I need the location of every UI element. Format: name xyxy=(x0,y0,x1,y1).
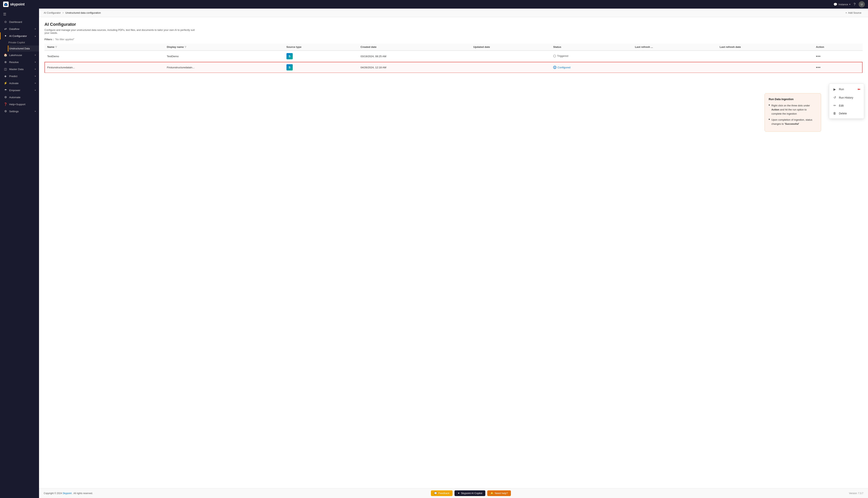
footer-brand-link[interactable]: Skypoint xyxy=(63,492,71,495)
topbar-right: 💬 Instance ▾ ? U xyxy=(833,1,865,8)
copilot-label: Skypoint AI Copilot xyxy=(461,492,482,495)
tooltip-box: Run Data Ingestion Right click on the th… xyxy=(764,93,821,132)
sidebar-toggle[interactable]: ☰ xyxy=(0,10,39,18)
tooltip-title: Run Data Ingestion xyxy=(769,97,817,101)
cell-updated-date xyxy=(470,62,550,73)
sidebar-item-label: Master Data xyxy=(9,68,33,71)
sidebar-item-dataflow[interactable]: ⇄ Dataflow ▾ xyxy=(0,25,39,32)
sidebar-item-predict[interactable]: ◈ Predict ▾ xyxy=(0,73,39,80)
sidebar-item-label: Automate xyxy=(9,96,36,99)
action-menu-trigger[interactable]: ••• xyxy=(816,65,820,70)
sidebar-item-private-copilot[interactable]: Private Copilot xyxy=(8,39,39,45)
chevron-down-icon: ▾ xyxy=(849,3,851,6)
context-menu-run[interactable]: ▶ Run ⬅ xyxy=(829,85,864,93)
context-menu-delete[interactable]: 🗑 Delete xyxy=(829,109,864,117)
sidebar-item-master-data[interactable]: ◫ Master Data ▾ xyxy=(0,66,39,73)
run-arrow-icon: ⬅ xyxy=(857,87,860,91)
sidebar-item-help-support[interactable]: ❓ Help+Support xyxy=(0,101,39,108)
sidebar-item-lakehouse[interactable]: 🏠 Lakehouse ▾ xyxy=(0,52,39,58)
help-icon: 🔔 xyxy=(490,492,494,495)
content-area: AI Configurator > Unstructured data conf… xyxy=(39,9,868,498)
cell-action: ••• xyxy=(813,51,863,62)
cell-status: ℹConfigured xyxy=(550,62,632,73)
footer-copyright: Copyright © 2024 Skypoint . All rights r… xyxy=(44,492,93,495)
cell-last-refresh xyxy=(632,51,717,62)
breadcrumb-parent[interactable]: AI Configurator xyxy=(44,11,61,14)
sidebar: ☰ ⊙ Dashboard ⇄ Dataflow ▾ ✦ AI Configur… xyxy=(0,9,39,498)
sidebar-item-resolve[interactable]: ⊕ Resolve ▾ xyxy=(0,58,39,66)
chevron-icon: ▾ xyxy=(35,28,36,30)
help-button[interactable]: 🔔 Need help? xyxy=(487,490,511,496)
col-action: Action xyxy=(813,43,863,51)
sidebar-item-empower[interactable]: ☂ Empower ▾ xyxy=(0,87,39,94)
breadcrumb-current: Unstructured data configuration xyxy=(65,11,101,14)
feedback-button[interactable]: 💬 Feedback xyxy=(431,490,453,496)
history-icon: ↺ xyxy=(833,96,837,100)
chevron-icon: ▾ xyxy=(35,82,36,84)
sidebar-item-automate[interactable]: ⚙ Automate xyxy=(0,94,39,101)
cell-source-type: S xyxy=(284,51,358,62)
run-label: Run xyxy=(839,88,844,91)
sidebar-item-ai-configurator[interactable]: ✦ AI Configurator ▴ xyxy=(0,32,39,39)
col-status: Status xyxy=(550,43,632,51)
page-description: Configure and manage your unstructured d… xyxy=(44,28,197,34)
filters-label: Filters : xyxy=(44,38,54,41)
cell-last-refresh xyxy=(632,62,717,73)
topbar: skypoint 💬 Instance ▾ ? U xyxy=(0,0,868,9)
chevron-icon: ▴ xyxy=(35,35,36,37)
bullet-dot xyxy=(769,104,770,106)
page-content: AI Configurator Configure and manage you… xyxy=(39,17,868,488)
sidebar-item-label: Lakehouse xyxy=(9,54,33,57)
filters-bar: Filters : "No filter applied" xyxy=(44,38,863,41)
play-icon: ▶ xyxy=(833,88,837,91)
chevron-icon: ▾ xyxy=(35,68,36,70)
sidebar-item-activate[interactable]: ⚡ Activate ▾ xyxy=(0,80,39,87)
col-source-type: Source type xyxy=(284,43,358,51)
feedback-icon: 💬 xyxy=(434,492,437,495)
help-icon[interactable]: ? xyxy=(854,2,855,6)
status-dot xyxy=(553,55,556,57)
sidebar-item-label: Help+Support xyxy=(9,103,36,106)
chevron-icon: ▾ xyxy=(35,110,36,113)
feedback-label: Feedback xyxy=(438,492,450,495)
cell-display-name: TestDemo xyxy=(164,51,284,62)
logo-icon xyxy=(3,2,9,7)
cell-source-type: S xyxy=(284,62,358,73)
main-layout: ☰ ⊙ Dashboard ⇄ Dataflow ▾ ✦ AI Configur… xyxy=(0,9,868,498)
filter-icon[interactable]: ▽ xyxy=(185,46,186,48)
cell-last-refresh-date xyxy=(717,51,813,62)
tooltip-text-2: Upon completion of ingestion, status cha… xyxy=(771,118,817,126)
copyright-text: Copyright © 2024 xyxy=(44,492,62,495)
lakehouse-icon: 🏠 xyxy=(4,53,7,57)
filter-icon[interactable]: ▽ xyxy=(55,46,57,48)
help-label: Need help? xyxy=(495,492,508,495)
delete-icon: 🗑 xyxy=(833,112,837,115)
breadcrumb-separator: > xyxy=(62,11,64,14)
action-menu-trigger[interactable]: ••• xyxy=(816,54,820,58)
bullet-dot xyxy=(769,119,770,120)
dataflow-icon: ⇄ xyxy=(4,27,7,31)
instance-selector[interactable]: 💬 Instance ▾ xyxy=(833,2,851,6)
cell-last-refresh-date xyxy=(717,62,813,73)
data-table: Name ▽ Display name ▽ Source type Create… xyxy=(44,43,863,73)
col-last-refresh-date: Last refresh date xyxy=(717,43,813,51)
context-menu-run-history[interactable]: ↺ Run History xyxy=(829,93,864,102)
sidebar-item-settings[interactable]: ⚙ Settings ▾ xyxy=(0,108,39,115)
context-menu-edit[interactable]: ✏ Edit xyxy=(829,102,864,109)
page-footer: Copyright © 2024 Skypoint . All rights r… xyxy=(39,488,868,498)
sidebar-item-unstructured-data[interactable]: Unstructured Data xyxy=(8,45,39,52)
app-logo[interactable]: skypoint xyxy=(3,2,25,7)
filters-value: "No filter applied" xyxy=(55,38,74,41)
sidebar-item-label: Settings xyxy=(9,110,33,113)
add-source-button[interactable]: + Add Source xyxy=(843,11,863,15)
copilot-button[interactable]: ✦ Skypoint AI Copilot xyxy=(454,490,485,496)
master-data-icon: ◫ xyxy=(4,67,7,71)
context-menu: ▶ Run ⬅ ↺ Run History ✏ Edit 🗑 Delete xyxy=(829,83,864,119)
predict-icon: ◈ xyxy=(4,74,7,78)
edit-icon: ✏ xyxy=(833,104,837,107)
dashboard-icon: ⊙ xyxy=(4,20,7,24)
sidebar-item-label: AI Configurator xyxy=(9,35,33,38)
avatar[interactable]: U xyxy=(859,1,865,8)
sidebar-item-dashboard[interactable]: ⊙ Dashboard xyxy=(0,18,39,25)
chevron-icon: ▾ xyxy=(35,89,36,92)
